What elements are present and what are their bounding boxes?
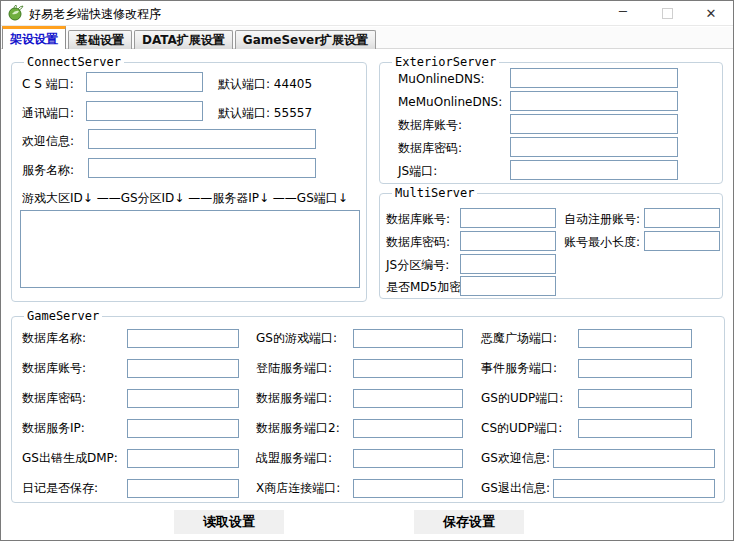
muonlinedns-input[interactable] xyxy=(510,68,678,88)
app-window: 好易老乡端快速修改程序 ─ ✕ 架设设置 基础设置 DATA扩展设置 GameS… xyxy=(0,0,734,541)
gs-dmp-label: GS出错生成DMP: xyxy=(22,451,118,465)
service-name-input[interactable] xyxy=(88,158,316,178)
ext-db-account-input[interactable] xyxy=(510,114,678,134)
read-settings-button[interactable]: 读取设置 xyxy=(174,510,284,534)
gs-data-ip-label: 数据服务IP: xyxy=(22,421,85,435)
welcome-msg-input[interactable] xyxy=(88,129,316,149)
window-controls: ─ ✕ xyxy=(601,1,733,26)
tab-bar: 架设设置 基础设置 DATA扩展设置 GameSever扩展设置 xyxy=(1,27,733,49)
memuonlinedns-input[interactable] xyxy=(510,91,678,111)
tab-rack-settings[interactable]: 架设设置 xyxy=(2,26,66,49)
guild-service-port-input[interactable] xyxy=(353,449,463,468)
cs-port-default-note: 默认端口: 44405 xyxy=(218,76,312,93)
group-game-server: GameServer 数据库名称: 数据库账号: 数据库密码: 数据服务IP: … xyxy=(11,316,725,503)
cs-port-input[interactable] xyxy=(86,72,203,92)
event-service-port-input[interactable] xyxy=(578,359,692,378)
js-port-label: JS端口: xyxy=(398,164,437,178)
account-min-length-input[interactable] xyxy=(644,231,720,251)
comm-port-input[interactable] xyxy=(86,101,203,121)
group-exterior-server: ExteriorServer MuOnlineDNS: MeMuOnlineDN… xyxy=(379,62,723,184)
minimize-button[interactable]: ─ xyxy=(601,1,645,26)
js-partition-input[interactable] xyxy=(460,254,556,274)
xshop-port-label: X商店连接端口: xyxy=(256,481,340,495)
close-button[interactable]: ✕ xyxy=(689,1,733,26)
maximize-icon xyxy=(662,8,673,19)
tab-basic-settings[interactable]: 基础设置 xyxy=(68,30,132,49)
gs-exit-msg-label: GS退出信息: xyxy=(481,481,550,495)
md5-encrypt-label: 是否MD5加密: xyxy=(386,280,465,294)
data-service-port2-label: 数据服务端口2: xyxy=(256,421,340,435)
ext-db-password-input[interactable] xyxy=(510,137,678,157)
gs-game-port-label: GS的游戏端口: xyxy=(256,331,337,345)
ms-db-account-label: 数据库账号: xyxy=(386,212,450,226)
tab-data-extend-settings[interactable]: DATA扩展设置 xyxy=(134,30,233,49)
service-name-label: 服务名称: xyxy=(22,163,74,177)
auto-register-input[interactable] xyxy=(644,208,720,228)
event-service-port-label: 事件服务端口: xyxy=(481,361,557,375)
group-title: MultiServer xyxy=(392,186,477,200)
data-service-port2-input[interactable] xyxy=(353,419,463,438)
cs-udp-port-label: CS的UDP端口: xyxy=(481,421,562,435)
group-title: ExteriorServer xyxy=(392,55,499,69)
cs-port-label: C S 端口: xyxy=(22,77,74,91)
md5-encrypt-input[interactable] xyxy=(460,276,556,296)
gs-exit-msg-input[interactable] xyxy=(553,479,715,498)
group-title: GameServer xyxy=(24,309,102,323)
gs-db-name-label: 数据库名称: xyxy=(22,331,86,345)
app-leaf-icon xyxy=(8,5,24,21)
account-min-length-label: 账号最小长度: xyxy=(564,235,640,249)
comm-port-default-note: 默认端口: 55557 xyxy=(218,105,312,122)
devil-square-port-label: 恶魔广场端口: xyxy=(481,331,557,345)
maximize-button[interactable] xyxy=(645,1,689,26)
ext-db-password-label: 数据库密码: xyxy=(398,141,462,155)
gs-welcome-msg-label: GS欢迎信息: xyxy=(481,451,550,465)
save-settings-button[interactable]: 保存设置 xyxy=(414,510,524,534)
gs-db-password-input[interactable] xyxy=(127,389,239,408)
gs-db-password-label: 数据库密码: xyxy=(22,391,86,405)
js-port-input[interactable] xyxy=(510,160,678,180)
ext-db-account-label: 数据库账号: xyxy=(398,118,462,132)
gs-game-port-input[interactable] xyxy=(353,329,463,348)
js-partition-label: JS分区编号: xyxy=(386,258,449,272)
gs-db-name-input[interactable] xyxy=(127,329,239,348)
gs-udp-port-label: GS的UDP端口: xyxy=(481,391,563,405)
xshop-port-input[interactable] xyxy=(353,479,463,498)
gs-data-ip-input[interactable] xyxy=(127,419,239,438)
data-service-port-input[interactable] xyxy=(353,389,463,408)
ms-db-password-label: 数据库密码: xyxy=(386,235,450,249)
title-bar: 好易老乡端快速修改程序 ─ ✕ xyxy=(1,1,733,26)
guild-service-port-label: 战盟服务端口: xyxy=(256,451,332,465)
tab-gamesever-extend-settings[interactable]: GameSever扩展设置 xyxy=(235,30,376,49)
gs-welcome-msg-input[interactable] xyxy=(553,449,715,468)
gs-log-save-input[interactable] xyxy=(127,479,239,498)
gs-log-save-label: 日记是否保存: xyxy=(22,481,98,495)
welcome-msg-label: 欢迎信息: xyxy=(22,134,74,148)
window-title: 好易老乡端快速修改程序 xyxy=(29,6,161,23)
gs-db-account-input[interactable] xyxy=(127,359,239,378)
login-service-port-label: 登陆服务端口: xyxy=(256,361,332,375)
ms-db-account-input[interactable] xyxy=(460,208,556,228)
group-connect-server: ConnectServer C S 端口: 默认端口: 44405 通讯端口: … xyxy=(11,62,367,302)
group-title: ConnectServer xyxy=(24,55,124,69)
comm-port-label: 通讯端口: xyxy=(22,106,74,120)
auto-register-label: 自动注册账号: xyxy=(564,212,640,226)
gs-dmp-input[interactable] xyxy=(127,449,239,468)
cs-udp-port-input[interactable] xyxy=(578,419,692,438)
gs-udp-port-input[interactable] xyxy=(578,389,692,408)
memuonlinedns-label: MeMuOnlineDNS: xyxy=(398,95,502,109)
server-list-header: 游戏大区ID↓ ——GS分区ID↓ ——服务器IP↓ ——GS端口↓ xyxy=(22,191,348,205)
ms-db-password-input[interactable] xyxy=(460,231,556,251)
gs-db-account-label: 数据库账号: xyxy=(22,361,86,375)
muonlinedns-label: MuOnlineDNS: xyxy=(398,72,485,86)
group-multi-server: MultiServer 数据库账号: 自动注册账号: 数据库密码: 账号最小长度… xyxy=(379,193,723,299)
server-list-textarea[interactable] xyxy=(20,210,360,288)
login-service-port-input[interactable] xyxy=(353,359,463,378)
data-service-port-label: 数据服务端口: xyxy=(256,391,332,405)
devil-square-port-input[interactable] xyxy=(578,329,692,348)
